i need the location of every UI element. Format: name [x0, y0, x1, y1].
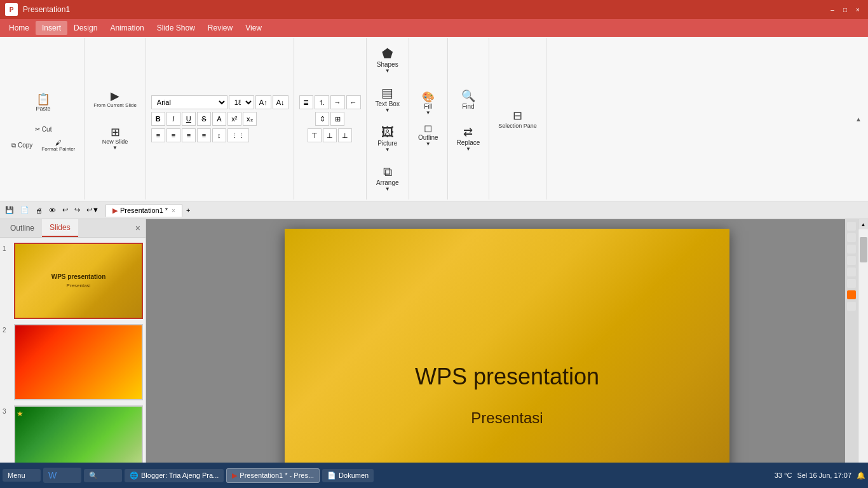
align-center-button[interactable]: ≡ [166, 128, 180, 142]
format-painter-button[interactable]: 🖌 Format Painter [37, 137, 79, 154]
undo-button[interactable]: ↩ [60, 205, 71, 215]
para-align-left-button[interactable]: ⊤ [308, 128, 322, 142]
underline-button[interactable]: U [182, 112, 196, 126]
menu-animation[interactable]: Animation [104, 21, 150, 35]
panel-icon-accent[interactable] [847, 290, 856, 299]
fill-arrow: ▼ [426, 110, 431, 116]
sidebar-close-button[interactable]: × [133, 220, 143, 236]
scroll-up-button[interactable]: ▲ [858, 219, 868, 229]
line-spacing-button[interactable]: ↕ [212, 128, 226, 142]
quick-save-button[interactable]: 📄 [18, 205, 32, 215]
menu-insert[interactable]: Insert [36, 21, 67, 35]
minimize-button[interactable]: – [827, 4, 837, 15]
wps-logo-icon[interactable]: P [5, 3, 18, 16]
slide-3-number: 3 [3, 405, 14, 415]
presentation-tab[interactable]: ▶ Presentation1 * × [105, 204, 182, 217]
star-badge-icon: ★ [17, 409, 24, 418]
numbering-button[interactable]: ⒈ [315, 95, 329, 109]
font-grow-button[interactable]: A↑ [255, 95, 271, 109]
save-button[interactable]: 💾 [3, 205, 17, 215]
slide-1-thumbnail[interactable]: WPS presentation Presentasi [14, 243, 143, 319]
picture-button[interactable]: 🖼 Picture ▼ [374, 119, 401, 158]
cols-button[interactable]: ⋮⋮ [227, 128, 249, 142]
toolbar-collapse-button[interactable]: ▲ [854, 114, 863, 124]
menu-design[interactable]: Design [67, 21, 104, 35]
para-align-right-button[interactable]: ⊥ [338, 128, 352, 142]
scroll-track[interactable] [858, 229, 868, 488]
datetime-label: Sel 16 Jun, 17:07 [797, 471, 851, 479]
replace-button[interactable]: ⇄ Replace ▼ [453, 119, 484, 158]
bold-button[interactable]: B [151, 112, 165, 126]
textbox-button[interactable]: ▤ Text Box ▼ [372, 80, 403, 118]
vertical-scrollbar[interactable]: ▲ ▼ [858, 219, 868, 488]
panel-icon-2[interactable] [847, 233, 856, 242]
slide-main-title[interactable]: WPS presentation [415, 363, 599, 390]
selection-pane-button[interactable]: ⊟ Selection Pane [494, 100, 541, 138]
scroll-thumb[interactable] [860, 237, 867, 262]
tab-close-button[interactable]: × [172, 207, 175, 214]
taskbar-presentation[interactable]: ▶ Presentation1 * - Pres... [226, 468, 320, 483]
textbox-label: Text Box [376, 100, 400, 107]
convert-list-button[interactable]: ⊞ [330, 112, 344, 126]
from-current-button[interactable]: ▶ From Current Slide [90, 80, 140, 118]
slide-1-item[interactable]: 1 WPS presentation Presentasi [3, 243, 143, 319]
outline-button[interactable]: ◻ Outline ▼ [414, 119, 442, 149]
slide-2-item[interactable]: 2 [3, 324, 143, 400]
new-slide-button[interactable]: ⊞ New Slide ▼ [98, 119, 132, 158]
copy-button[interactable]: ⧉ Copy [8, 139, 36, 152]
menu-review[interactable]: Review [201, 21, 239, 35]
add-tab-button[interactable]: + [184, 205, 193, 215]
outline-tab[interactable]: Outline [3, 220, 42, 236]
panel-icon-6[interactable] [847, 279, 856, 288]
shapes-button[interactable]: ⬟ Shapes ▼ [373, 41, 402, 79]
sidebar-tabs: Outline Slides × [0, 219, 146, 238]
align-left-button[interactable]: ≡ [151, 128, 165, 142]
indent-more-button[interactable]: → [330, 95, 345, 109]
panel-icon-1[interactable] [847, 222, 856, 231]
text-direction-button[interactable]: ⇕ [315, 112, 329, 126]
arrange-button[interactable]: ⧉ Arrange ▼ [372, 159, 403, 197]
paste-button[interactable]: 📋 Paste [31, 84, 56, 122]
taskbar-dokumen[interactable]: 📄 Dokumen [322, 469, 374, 482]
align-right-button[interactable]: ≡ [182, 128, 196, 142]
slides-tab[interactable]: Slides [42, 219, 78, 237]
menu-home[interactable]: Home [3, 21, 36, 35]
font-color-button[interactable]: A [212, 112, 226, 126]
superscript-button[interactable]: x² [227, 112, 241, 126]
redo-button[interactable]: ↪ [72, 205, 83, 215]
justify-button[interactable]: ≡ [197, 128, 211, 142]
taskbar-wps-icon[interactable]: W [43, 468, 81, 483]
panel-icon-4[interactable] [847, 256, 856, 265]
font-size-select[interactable]: 18 [229, 95, 254, 109]
undo-list-button[interactable]: ↩▼ [84, 205, 102, 215]
menu-view[interactable]: View [239, 21, 268, 35]
replace-icon: ⇄ [463, 125, 473, 139]
fill-button[interactable]: 🎨 Fill ▼ [418, 88, 438, 118]
para-align-mid-button[interactable]: ⊥ [323, 128, 337, 142]
cut-button[interactable]: ✂ Cut [31, 123, 56, 135]
menu-slideshow[interactable]: Slide Show [151, 21, 201, 35]
font-family-select[interactable]: Arial [151, 95, 227, 109]
print-button[interactable]: 🖨 [33, 205, 45, 215]
bullets-button[interactable]: ≣ [299, 95, 313, 109]
notification-icon[interactable]: 🔔 [857, 471, 865, 480]
panel-icon-5[interactable] [847, 268, 856, 276]
taskbar-blogger[interactable]: 🌐 Blogger: Tria Ajeng Pra... [125, 469, 224, 482]
taskbar-menu[interactable]: Menu [3, 469, 41, 482]
maximize-button[interactable]: □ [840, 4, 850, 15]
replace-arrow: ▼ [466, 146, 471, 152]
taskbar-search[interactable]: 🔍 [84, 469, 122, 482]
canvas-area[interactable]: WPS presentation Presentasi ▲ ▼ [146, 219, 868, 488]
italic-button[interactable]: I [166, 112, 180, 126]
panel-icon-3[interactable] [847, 245, 856, 254]
find-button[interactable]: 🔍 Find [456, 80, 481, 118]
close-button[interactable]: × [853, 4, 863, 15]
indent-less-button[interactable]: ← [346, 95, 361, 109]
subscript-button[interactable]: x₂ [243, 112, 257, 126]
font-shrink-button[interactable]: A↓ [273, 95, 288, 109]
slide-2-thumbnail[interactable] [14, 324, 143, 400]
panel-icon-7[interactable] [847, 302, 856, 311]
slide-sub-title[interactable]: Presentasi [471, 409, 543, 427]
print-preview-button[interactable]: 👁 [46, 205, 58, 215]
strikethrough-button[interactable]: S [197, 112, 211, 126]
